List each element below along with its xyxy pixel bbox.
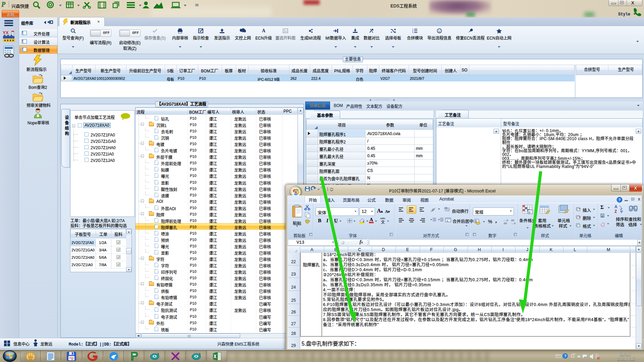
svg-text:?: ?: [564, 354, 567, 358]
svg-text:64: 64: [71, 358, 73, 360]
